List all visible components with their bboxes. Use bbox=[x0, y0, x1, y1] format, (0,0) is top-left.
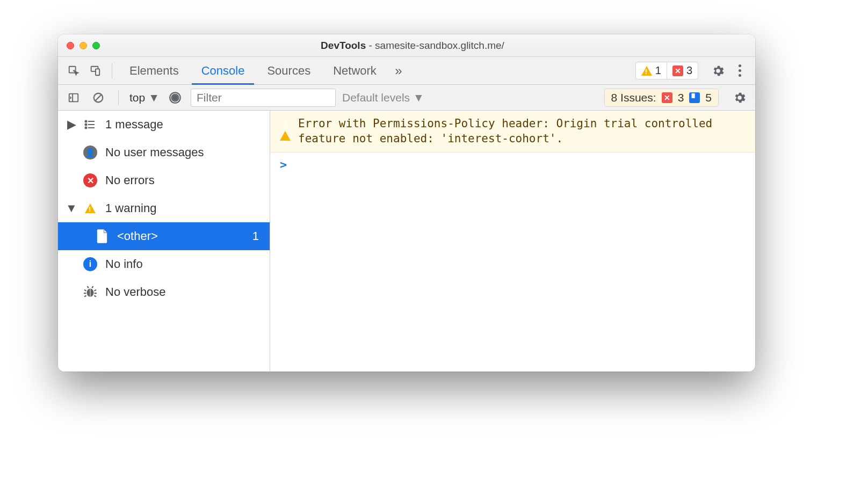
sidebar-item-warnings[interactable]: ▼ 1 warning bbox=[58, 194, 270, 222]
user-label: No user messages bbox=[105, 146, 204, 159]
minimize-window-button[interactable] bbox=[79, 42, 87, 49]
issues-summary[interactable]: 8 Issues: ✕ 3 ▘ 5 bbox=[604, 89, 719, 107]
traffic-lights bbox=[67, 42, 100, 49]
sidebar-item-messages[interactable]: ▶ 1 message bbox=[58, 111, 270, 139]
svg-point-12 bbox=[85, 124, 87, 126]
user-icon: 👤 bbox=[83, 145, 98, 160]
clear-console-icon[interactable] bbox=[89, 89, 107, 107]
title-url: samesite-sandbox.glitch.me/ bbox=[375, 40, 504, 51]
file-icon bbox=[95, 229, 110, 244]
svg-point-11 bbox=[85, 121, 87, 122]
toggle-sidebar-icon[interactable] bbox=[64, 89, 83, 107]
title-app: DevTools bbox=[321, 40, 366, 51]
main-tabbar: Elements Console Sources Network » 1 ✕ 3 bbox=[58, 57, 755, 85]
tab-network[interactable]: Network bbox=[323, 57, 386, 85]
window-titlebar: DevTools - samesite-sandbox.glitch.me/ bbox=[58, 34, 755, 57]
levels-label: Default levels bbox=[342, 91, 410, 104]
sidebar-item-errors[interactable]: ✕ No errors bbox=[58, 166, 270, 194]
sidebar-item-info[interactable]: i No info bbox=[58, 250, 270, 278]
devtools-window: DevTools - samesite-sandbox.glitch.me/ E… bbox=[58, 34, 755, 372]
warning-icon bbox=[83, 201, 98, 216]
issues-error-count: 3 bbox=[678, 91, 684, 104]
console-filterbar: top ▼ Default levels ▼ 8 Issues: ✕ 3 ▘ 5 bbox=[58, 85, 755, 111]
list-icon bbox=[83, 117, 98, 132]
filter-input[interactable] bbox=[191, 89, 336, 107]
prompt-symbol: > bbox=[280, 158, 287, 171]
error-count-badge[interactable]: ✕ 3 bbox=[667, 62, 698, 79]
messages-label: 1 message bbox=[105, 118, 163, 132]
sidebar-item-other[interactable]: <other> 1 bbox=[58, 222, 270, 250]
inspect-element-icon[interactable] bbox=[64, 62, 83, 80]
settings-gear-icon[interactable] bbox=[709, 62, 727, 80]
verbose-label: No verbose bbox=[105, 285, 166, 299]
svg-rect-2 bbox=[96, 69, 99, 75]
zoom-window-button[interactable] bbox=[92, 42, 100, 49]
warnings-label: 1 warning bbox=[105, 201, 156, 215]
log-levels-selector[interactable]: Default levels ▼ bbox=[342, 91, 424, 104]
issues-message-count: 5 bbox=[705, 91, 712, 104]
message-icon: ▘ bbox=[689, 92, 700, 103]
chevron-down-icon: ▼ bbox=[413, 91, 424, 104]
errors-label: No errors bbox=[105, 173, 155, 187]
other-label: <other> bbox=[117, 229, 158, 243]
sidebar-item-verbose[interactable]: No verbose bbox=[58, 278, 270, 306]
error-icon: ✕ bbox=[672, 66, 683, 76]
close-window-button[interactable] bbox=[67, 42, 74, 49]
bug-icon bbox=[83, 285, 98, 300]
error-icon: ✕ bbox=[662, 92, 672, 103]
more-tabs-icon[interactable]: » bbox=[389, 62, 408, 80]
console-warning-row[interactable]: Error with Permissions-Policy header: Or… bbox=[270, 111, 755, 152]
error-count: 3 bbox=[686, 64, 692, 77]
console-output: Error with Permissions-Policy header: Or… bbox=[270, 111, 755, 372]
header-issue-badges[interactable]: 1 ✕ 3 bbox=[635, 62, 698, 79]
content-area: ▶ 1 message 👤 No user messages ✕ No erro… bbox=[58, 111, 755, 372]
info-label: No info bbox=[105, 257, 143, 271]
warning-icon bbox=[280, 117, 291, 132]
error-icon: ✕ bbox=[83, 173, 98, 188]
tab-sources[interactable]: Sources bbox=[257, 57, 320, 85]
issues-label: 8 Issues: bbox=[611, 91, 656, 104]
warning-text: Error with Permissions-Policy header: Or… bbox=[298, 116, 746, 147]
console-settings-gear-icon[interactable] bbox=[730, 89, 749, 107]
kebab-menu-icon[interactable] bbox=[730, 62, 749, 80]
warning-count-badge[interactable]: 1 bbox=[636, 62, 667, 79]
context-label: top bbox=[129, 91, 145, 104]
tab-console[interactable]: Console bbox=[192, 57, 255, 85]
info-icon: i bbox=[83, 257, 98, 272]
live-expression-icon[interactable] bbox=[166, 89, 184, 107]
warning-icon bbox=[641, 66, 652, 76]
device-toggle-icon[interactable] bbox=[86, 62, 104, 80]
svg-point-7 bbox=[172, 94, 178, 100]
other-count: 1 bbox=[252, 229, 264, 243]
caret-down-icon: ▼ bbox=[68, 201, 75, 215]
svg-line-6 bbox=[96, 94, 102, 100]
window-title: DevTools - samesite-sandbox.glitch.me/ bbox=[111, 40, 714, 52]
svg-point-13 bbox=[85, 127, 87, 129]
tab-elements[interactable]: Elements bbox=[120, 57, 189, 85]
context-selector[interactable]: top ▼ bbox=[129, 91, 160, 104]
caret-right-icon: ▶ bbox=[68, 118, 75, 132]
chevron-down-icon: ▼ bbox=[148, 91, 160, 104]
console-sidebar: ▶ 1 message 👤 No user messages ✕ No erro… bbox=[58, 111, 270, 372]
warning-count: 1 bbox=[655, 64, 661, 77]
sidebar-item-user[interactable]: 👤 No user messages bbox=[58, 139, 270, 166]
console-prompt[interactable]: > bbox=[270, 152, 755, 177]
